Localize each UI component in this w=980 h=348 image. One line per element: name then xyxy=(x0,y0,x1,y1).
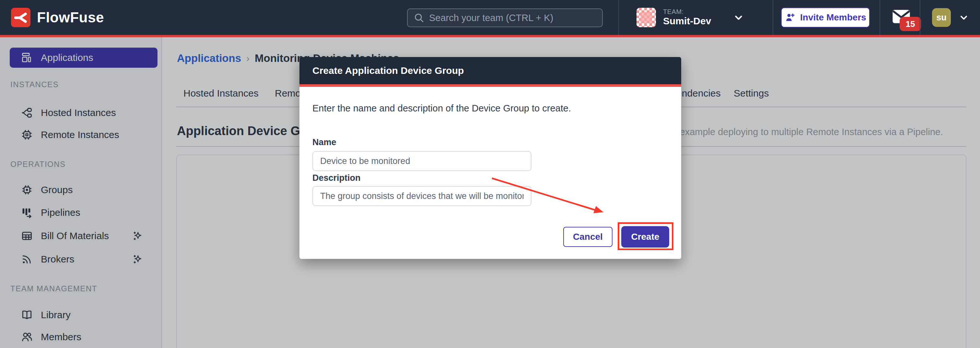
user-avatar: su xyxy=(932,8,951,27)
top-navbar: FlowFuse TEAM: Sumit-Dev Invite Members xyxy=(0,0,980,35)
nav-divider xyxy=(880,0,880,35)
invite-members-button[interactable]: Invite Members xyxy=(781,8,870,27)
search-input[interactable] xyxy=(429,13,596,23)
notification-badge: 15 xyxy=(900,17,921,31)
cancel-button[interactable]: Cancel xyxy=(563,227,612,247)
navbar-accent-line xyxy=(0,35,980,37)
modal-header-accent xyxy=(299,84,681,87)
nav-divider xyxy=(618,0,619,35)
modal-description: Enter the name and description of the De… xyxy=(312,103,571,114)
team-selector[interactable]: TEAM: Sumit-Dev xyxy=(629,0,768,35)
search-icon xyxy=(414,12,425,23)
team-name: Sumit-Dev xyxy=(663,16,711,27)
description-label: Description xyxy=(312,173,361,183)
team-label: TEAM: xyxy=(663,8,711,16)
user-plus-icon xyxy=(784,12,795,23)
description-field[interactable] xyxy=(312,186,531,206)
notifications-button[interactable]: 15 xyxy=(885,0,919,35)
logo-text: FlowFuse xyxy=(37,10,104,25)
flowfuse-logo-icon xyxy=(11,8,30,27)
chevron-down-icon xyxy=(733,12,744,23)
user-menu[interactable]: su xyxy=(932,0,980,35)
flowfuse-logo[interactable]: FlowFuse xyxy=(11,8,104,27)
team-search[interactable] xyxy=(407,8,603,27)
modal-header: Create Application Device Group xyxy=(299,57,681,84)
name-field[interactable] xyxy=(312,151,531,171)
invite-members-label: Invite Members xyxy=(800,12,866,23)
nav-divider xyxy=(920,0,920,35)
name-label: Name xyxy=(312,137,336,148)
modal-title: Create Application Device Group xyxy=(312,65,464,76)
nav-divider xyxy=(773,0,773,35)
annotation-highlight-rect xyxy=(618,222,673,250)
team-avatar xyxy=(636,8,656,27)
chevron-down-icon xyxy=(959,12,969,23)
